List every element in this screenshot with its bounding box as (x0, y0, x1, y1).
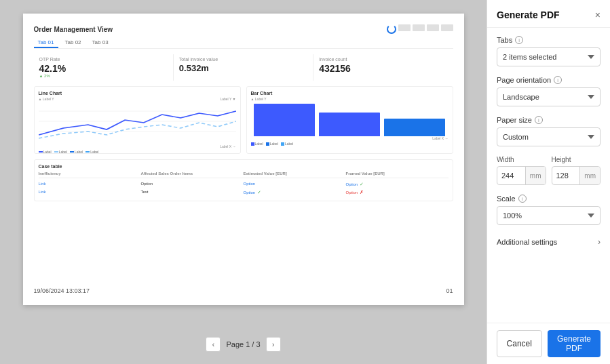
bar-chart-box: Bar Chart ▲ Label Y Label X → (246, 86, 453, 154)
pagination-text: Page 1 / 3 (226, 340, 260, 348)
spinner-icon (387, 24, 396, 34)
footer-date: 19/06/2024 13:03:17 (34, 287, 90, 294)
width-field: Width mm (497, 156, 546, 185)
case-cell-2-4: Option ✗ (346, 190, 449, 195)
line-chart-legend: Label Label Label Label (39, 150, 236, 154)
dimensions-field-group: Width mm Height mm (497, 156, 601, 185)
case-col-4: Framed Value [EUR] (346, 171, 449, 176)
additional-settings-row[interactable]: Additional settings › (497, 235, 601, 249)
scale-label: Scale i (497, 195, 601, 203)
paper-size-select[interactable]: Custom (497, 127, 601, 146)
height-field: Height mm (552, 156, 601, 185)
cancel-button[interactable]: Cancel (497, 330, 542, 357)
tabs-info-icon[interactable]: i (515, 36, 523, 44)
settings-header: Generate PDF × (487, 0, 610, 28)
bar-3 (384, 119, 445, 136)
paper-size-label: Paper size i (497, 116, 601, 124)
metric-otp: OTP Rate 42.1% ▲ 2% (34, 54, 173, 81)
bar-2 (319, 113, 380, 136)
case-row-2: Link Text Option ✓ Option ✗ (39, 188, 449, 197)
metric-otp-label: OTP Rate (39, 57, 168, 62)
case-cell-2-1: Link (39, 190, 141, 195)
width-label: Width (497, 156, 546, 163)
generate-pdf-button[interactable]: Generate PDF (548, 330, 601, 357)
bar-chart-legend: Label Label Label (251, 142, 449, 146)
dashboard-tabs: Tab 01 Tab 02 Tab 03 (34, 38, 453, 49)
width-unit: mm (525, 167, 546, 184)
tabs-select[interactable]: 2 items selected (497, 47, 601, 66)
metrics-row: OTP Rate 42.1% ▲ 2% Total invoice value … (34, 54, 453, 81)
height-label: Height (552, 156, 601, 163)
dashboard-header: Order Management View (34, 24, 453, 34)
header-icon-box-3 (427, 24, 439, 31)
prev-page-button[interactable]: ‹ (206, 337, 221, 352)
metric-invoice-value-label: Total invoice value (179, 57, 307, 62)
additional-settings-label: Additional settings (497, 238, 557, 246)
case-table: Case table Inefficiency Affected Sales O… (34, 159, 453, 201)
page-orientation-field-group: Page orientation i Landscape (497, 76, 601, 106)
height-input[interactable] (552, 169, 580, 182)
metric-otp-change: ▲ 2% (39, 74, 168, 78)
page-orientation-info-icon[interactable]: i (554, 76, 562, 84)
height-input-wrap: mm (552, 166, 601, 185)
case-cell-2-3: Option ✓ (244, 190, 346, 195)
metric-invoice-count: Invoice count 432156 (313, 54, 453, 81)
line-chart-title: Line Chart (39, 91, 236, 96)
case-cell-1-2: Option (141, 182, 244, 187)
scale-field-group: Scale i 100% (497, 195, 601, 225)
charts-row: Line Chart ▲ Label Y Label Y ▼ (34, 86, 453, 154)
dimension-row: Width mm Height mm (497, 156, 601, 185)
case-table-title: Case table (39, 164, 449, 169)
width-input[interactable] (497, 169, 525, 182)
case-cell-1-1: Link (39, 182, 141, 187)
tabs-field-group: Tabs i 2 items selected (497, 36, 601, 66)
bar-chart-title: Bar Chart (251, 91, 449, 96)
preview-panel: Order Management View Tab 01 Tab 02 Tab … (0, 0, 487, 364)
page-orientation-select[interactable]: Landscape (497, 87, 601, 106)
case-cell-1-3: Option (244, 182, 346, 187)
settings-title: Generate PDF (497, 9, 560, 20)
line-chart-svg (39, 101, 236, 142)
case-col-3: Estimated Value [EUR] (244, 171, 346, 176)
page-orientation-label: Page orientation i (497, 76, 601, 84)
case-col-1: Inefficiency (39, 171, 141, 176)
width-input-wrap: mm (497, 166, 546, 185)
line-chart-box: Line Chart ▲ Label Y Label Y ▼ (34, 86, 241, 154)
chevron-down-icon: › (598, 237, 601, 247)
scale-info-icon[interactable]: i (518, 195, 527, 203)
paper-size-field-group: Paper size i Custom (497, 116, 601, 146)
settings-body: Tabs i 2 items selected Page orientation… (487, 28, 610, 323)
settings-footer: Cancel Generate PDF (487, 323, 610, 364)
preview-tab-2[interactable]: Tab 02 (61, 38, 85, 48)
header-icon-box-4 (441, 24, 453, 31)
metric-otp-value: 42.1% (39, 63, 168, 74)
pagination-bar: ‹ Page 1 / 3 › (206, 331, 280, 357)
paper-size-info-icon[interactable]: i (535, 116, 543, 124)
close-button[interactable]: × (595, 10, 601, 20)
dashboard-title: Order Management View (34, 26, 113, 33)
next-page-button[interactable]: › (266, 337, 281, 352)
settings-panel: Generate PDF × Tabs i 2 items selected P… (487, 0, 610, 364)
bar-chart-xlabel: Label X → (251, 136, 449, 140)
tabs-field-label: Tabs i (497, 36, 601, 44)
page-preview: Order Management View Tab 01 Tab 02 Tab … (23, 14, 464, 305)
case-row-1: Link Option Option Option ✓ (39, 180, 449, 188)
scale-select[interactable]: 100% (497, 206, 601, 225)
header-icons (387, 24, 453, 34)
preview-tab-1[interactable]: Tab 01 (34, 38, 58, 48)
case-cell-2-2: Text (141, 190, 244, 195)
metric-invoice-value: Total invoice value 0.532m (173, 54, 313, 81)
case-cell-1-4: Option ✓ (346, 182, 449, 187)
height-unit: mm (579, 167, 600, 184)
footer-page-number: 01 (446, 287, 453, 294)
page-footer: 19/06/2024 13:03:17 01 (34, 282, 453, 294)
header-icon-box-2 (413, 24, 425, 31)
case-table-header: Inefficiency Affected Sales Order Items … (39, 171, 449, 178)
metric-invoice-value-val: 0.532m (179, 63, 307, 73)
bar-chart-ylabel: ▲ Label Y (251, 97, 267, 101)
metric-invoice-count-val: 432156 (319, 63, 447, 74)
preview-tab-3[interactable]: Tab 03 (88, 38, 113, 48)
bar-1 (254, 104, 315, 136)
header-icon-box-1 (398, 24, 411, 31)
bar-chart-bars (251, 101, 449, 136)
